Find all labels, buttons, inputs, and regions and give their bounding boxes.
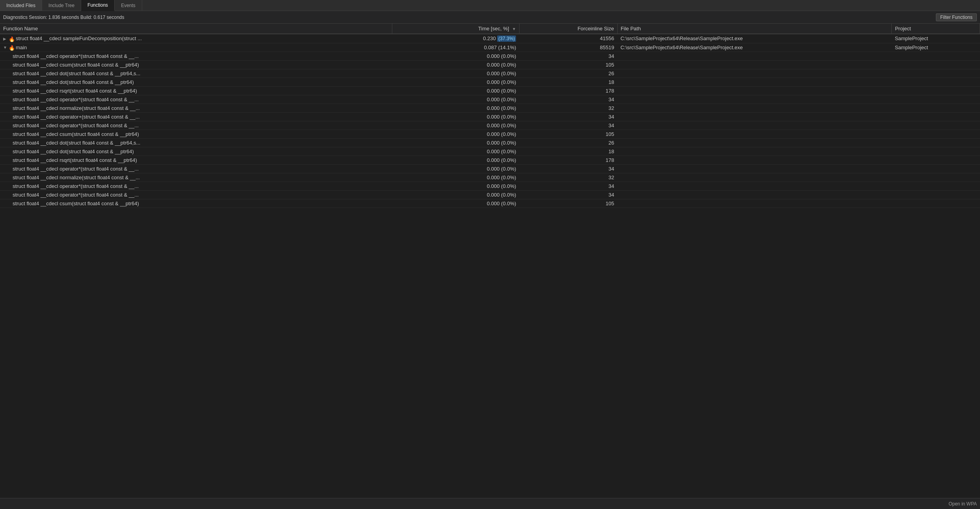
cell-name-2: struct float4 __cdecl operator*(struct f… <box>0 52 392 61</box>
table-row[interactable]: struct float4 __cdecl csum(struct float4… <box>0 199 980 208</box>
cell-name-3: struct float4 __cdecl csum(struct float4… <box>0 61 392 69</box>
tab-included-files[interactable]: Included Files <box>0 0 42 11</box>
tab-events[interactable]: Events <box>115 0 142 11</box>
table-row[interactable]: struct float4 __cdecl dot(struct float4 … <box>0 139 980 147</box>
cell-project-14 <box>892 156 980 165</box>
table-row[interactable]: struct float4 __cdecl operator*(struct f… <box>0 121 980 130</box>
table-row[interactable]: struct float4 __cdecl rsqrt(struct float… <box>0 87 980 95</box>
function-name: struct float4 __cdecl dot(struct float4 … <box>13 140 140 146</box>
cell-path-16 <box>617 173 892 182</box>
function-name: struct float4 __cdecl operator*(struct f… <box>13 97 139 102</box>
function-name: struct float4 __cdecl operator*(struct f… <box>13 123 139 128</box>
bottom-bar: Open in WPA <box>0 498 980 509</box>
function-name: struct float4 __cdecl dot(struct float4 … <box>13 149 134 154</box>
cell-path-0: C:\src\SampleProject\x64\Release\SampleP… <box>617 34 892 43</box>
cell-name-18: struct float4 __cdecl operator*(struct f… <box>0 191 392 199</box>
cell-name-5: struct float4 __cdecl dot(struct float4 … <box>0 78 392 87</box>
cell-time-2: 0.000 (0.0%) <box>392 52 519 61</box>
pct-badge: (37.3%) <box>497 35 516 42</box>
col-header-time[interactable]: Time [sec, %] ▼ <box>392 24 519 34</box>
cell-path-1: C:\src\SampleProject\x64\Release\SampleP… <box>617 43 892 52</box>
cell-time-8: 0.000 (0.0%) <box>392 104 519 113</box>
cell-project-0: SampleProject <box>892 34 980 43</box>
cell-project-2 <box>892 52 980 61</box>
function-name: struct float4 __cdecl operator*(struct f… <box>13 53 139 59</box>
tab-include-tree[interactable]: Include Tree <box>42 0 81 11</box>
function-name: struct float4 __cdecl operator*(struct f… <box>13 192 139 198</box>
table-row[interactable]: struct float4 __cdecl csum(struct float4… <box>0 130 980 139</box>
cell-time-9: 0.000 (0.0%) <box>392 113 519 121</box>
cell-inline-2: 34 <box>519 52 617 61</box>
col-header-name: Function Name <box>0 24 392 34</box>
function-name: struct float4 __cdecl normalize(struct f… <box>13 105 140 111</box>
open-wpa-button[interactable]: Open in WPA <box>948 501 977 507</box>
table-row[interactable]: struct float4 __cdecl normalize(struct f… <box>0 173 980 182</box>
table-row[interactable]: struct float4 __cdecl operator*(struct f… <box>0 191 980 199</box>
cell-time-4: 0.000 (0.0%) <box>392 69 519 78</box>
fire-icon: 🔥 <box>9 45 14 50</box>
cell-time-12: 0.000 (0.0%) <box>392 139 519 147</box>
cell-project-5 <box>892 78 980 87</box>
function-name: struct float4 __cdecl operator+(struct f… <box>13 114 140 120</box>
table-row[interactable]: ▼🔥main0.087 (14.1%)85519C:\src\SamplePro… <box>0 43 980 52</box>
table-row[interactable]: struct float4 __cdecl operator*(struct f… <box>0 95 980 104</box>
cell-time-0: 0.230 (37.3%) <box>392 34 519 43</box>
cell-path-14 <box>617 156 892 165</box>
cell-name-14: struct float4 __cdecl rsqrt(struct float… <box>0 156 392 165</box>
cell-inline-0: 41556 <box>519 34 617 43</box>
table-row[interactable]: struct float4 __cdecl dot(struct float4 … <box>0 78 980 87</box>
cell-name-8: struct float4 __cdecl normalize(struct f… <box>0 104 392 113</box>
table-row[interactable]: struct float4 __cdecl operator*(struct f… <box>0 182 980 191</box>
fire-icon: 🔥 <box>9 36 14 42</box>
table-row[interactable]: struct float4 __cdecl dot(struct float4 … <box>0 69 980 78</box>
cell-project-1: SampleProject <box>892 43 980 52</box>
cell-time-5: 0.000 (0.0%) <box>392 78 519 87</box>
cell-project-13 <box>892 147 980 156</box>
cell-path-10 <box>617 121 892 130</box>
collapse-icon[interactable]: ▼ <box>3 45 8 50</box>
expand-icon[interactable]: ▶ <box>3 37 8 41</box>
table-row[interactable]: struct float4 __cdecl normalize(struct f… <box>0 104 980 113</box>
table-row[interactable]: struct float4 __cdecl operator*(struct f… <box>0 52 980 61</box>
cell-name-12: struct float4 __cdecl dot(struct float4 … <box>0 139 392 147</box>
function-name: struct float4 __cdecl sampleFunDecomposi… <box>16 35 142 41</box>
cell-name-13: struct float4 __cdecl dot(struct float4 … <box>0 147 392 156</box>
cell-name-0: ▶🔥struct float4 __cdecl sampleFunDecompo… <box>0 34 392 43</box>
function-name: struct float4 __cdecl rsqrt(struct float… <box>13 157 137 163</box>
cell-path-15 <box>617 165 892 173</box>
cell-inline-1: 85519 <box>519 43 617 52</box>
cell-project-18 <box>892 191 980 199</box>
cell-project-9 <box>892 113 980 121</box>
cell-inline-4: 26 <box>519 69 617 78</box>
cell-time-17: 0.000 (0.0%) <box>392 182 519 191</box>
cell-time-7: 0.000 (0.0%) <box>392 95 519 104</box>
cell-inline-19: 105 <box>519 199 617 208</box>
cell-inline-16: 32 <box>519 173 617 182</box>
table-row[interactable]: struct float4 __cdecl rsqrt(struct float… <box>0 156 980 165</box>
tab-functions[interactable]: Functions <box>81 0 115 11</box>
cell-path-3 <box>617 61 892 69</box>
cell-project-8 <box>892 104 980 113</box>
cell-project-19 <box>892 199 980 208</box>
function-name: struct float4 __cdecl dot(struct float4 … <box>13 79 134 85</box>
table-row[interactable]: struct float4 __cdecl operator*(struct f… <box>0 165 980 173</box>
cell-inline-3: 105 <box>519 61 617 69</box>
table-body: ▶🔥struct float4 __cdecl sampleFunDecompo… <box>0 34 980 208</box>
cell-project-11 <box>892 130 980 139</box>
table-row[interactable]: struct float4 __cdecl csum(struct float4… <box>0 61 980 69</box>
cell-inline-11: 105 <box>519 130 617 139</box>
cell-inline-10: 34 <box>519 121 617 130</box>
cell-inline-14: 178 <box>519 156 617 165</box>
col-header-project: Project <box>892 24 980 34</box>
cell-name-15: struct float4 __cdecl operator*(struct f… <box>0 165 392 173</box>
cell-project-7 <box>892 95 980 104</box>
table-row[interactable]: ▶🔥struct float4 __cdecl sampleFunDecompo… <box>0 34 980 43</box>
filter-functions-button[interactable]: Filter Functions <box>936 13 977 21</box>
cell-inline-8: 32 <box>519 104 617 113</box>
cell-project-16 <box>892 173 980 182</box>
cell-inline-7: 34 <box>519 95 617 104</box>
cell-inline-9: 34 <box>519 113 617 121</box>
table-row[interactable]: struct float4 __cdecl dot(struct float4 … <box>0 147 980 156</box>
cell-path-5 <box>617 78 892 87</box>
table-row[interactable]: struct float4 __cdecl operator+(struct f… <box>0 113 980 121</box>
